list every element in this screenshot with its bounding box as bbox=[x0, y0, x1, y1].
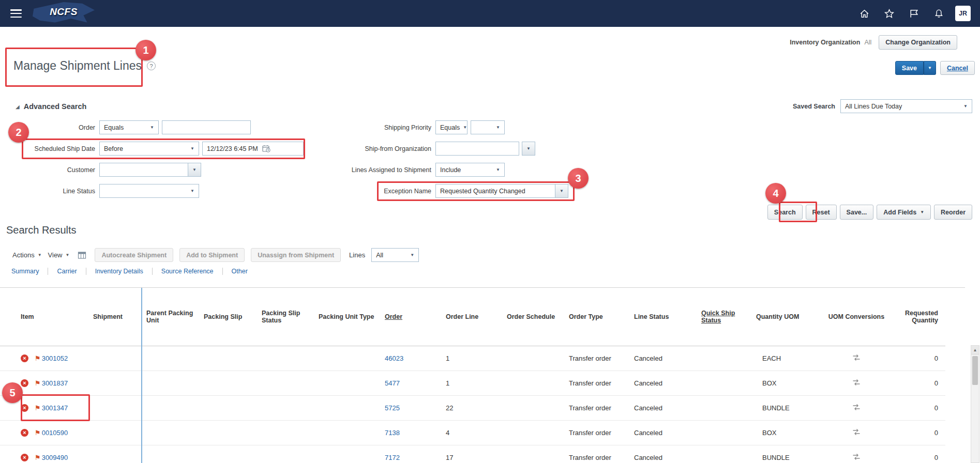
column-header-order-type[interactable]: Order Type bbox=[565, 288, 630, 346]
menu-icon[interactable] bbox=[10, 9, 22, 18]
cell-shipment bbox=[89, 421, 142, 445]
remove-line-icon[interactable]: × bbox=[21, 454, 28, 461]
flag-banner-icon[interactable] bbox=[906, 5, 922, 22]
uom-conversions-icon[interactable] bbox=[852, 354, 861, 361]
customer-dropdown-button[interactable]: ▼ bbox=[188, 163, 201, 177]
favorites-star-icon[interactable] bbox=[881, 5, 897, 22]
column-header-uom-conversions[interactable]: UOM Conversions bbox=[823, 288, 889, 346]
scrollbar-up-arrow[interactable]: ▲ bbox=[971, 346, 979, 354]
order-link[interactable]: 5725 bbox=[385, 404, 400, 412]
cell-packing-unit-type bbox=[314, 346, 381, 371]
uom-conversions-icon[interactable] bbox=[852, 379, 861, 386]
saved-search-select[interactable]: All Lines Due Today ▼ bbox=[840, 99, 972, 113]
ncfs-logo[interactable]: NCFS bbox=[32, 1, 95, 26]
order-input[interactable] bbox=[162, 120, 251, 134]
column-header-line-status[interactable]: Line Status bbox=[630, 288, 697, 346]
remove-line-icon[interactable]: × bbox=[21, 354, 28, 362]
home-icon[interactable] bbox=[856, 5, 872, 22]
order-link[interactable]: 7172 bbox=[385, 454, 400, 461]
change-organization-button[interactable]: Change Organization bbox=[879, 35, 957, 50]
column-header-quick-ship-status[interactable]: Quick Ship Status bbox=[697, 288, 752, 346]
exception-name-input[interactable]: Requested Quantity Changed bbox=[435, 184, 555, 198]
saved-search-label: Saved Search bbox=[793, 103, 835, 110]
shipping-priority-value-select[interactable]: ▼ bbox=[471, 120, 505, 134]
detach-table-icon[interactable] bbox=[78, 251, 86, 259]
lines-assigned-to-shipment-select[interactable]: Include ▼ bbox=[435, 163, 505, 177]
uom-conversions-icon[interactable] bbox=[852, 428, 861, 436]
save-button[interactable]: Save bbox=[895, 61, 924, 75]
remove-line-icon[interactable]: × bbox=[21, 429, 28, 437]
cell-line-status: Canceled bbox=[630, 396, 697, 421]
notifications-bell-icon[interactable] bbox=[930, 5, 947, 22]
uom-conversions-icon[interactable] bbox=[852, 453, 861, 460]
column-header-packing-unit-type[interactable]: Packing Unit Type bbox=[314, 288, 381, 346]
column-header-order-schedule[interactable]: Order Schedule bbox=[503, 288, 565, 346]
item-link[interactable]: 3001837 bbox=[42, 379, 68, 387]
unassign-from-shipment-button[interactable]: Unassign from Shipment bbox=[251, 248, 341, 262]
item-link[interactable]: 3001347 bbox=[42, 404, 68, 412]
order-operator-select[interactable]: Equals ▼ bbox=[99, 120, 159, 134]
customer-input[interactable] bbox=[99, 163, 188, 177]
lines-select[interactable]: All ▼ bbox=[371, 248, 419, 262]
item-link[interactable]: 3001052 bbox=[42, 354, 68, 362]
cell-quantity-uom: BOX bbox=[752, 421, 823, 445]
reorder-button[interactable]: Reorder bbox=[934, 205, 972, 220]
order-link[interactable]: 5477 bbox=[385, 379, 400, 387]
results-toolbar: Actions ▼ View ▼ Autocreate Shipment Add… bbox=[12, 248, 419, 262]
tab-source-reference[interactable]: Source Reference bbox=[153, 268, 222, 275]
ship-from-organization-dropdown-button[interactable]: ▼ bbox=[522, 142, 535, 156]
column-header-order-line[interactable]: Order Line bbox=[442, 288, 503, 346]
ship-from-organization-label: Ship-from Organization bbox=[290, 142, 431, 152]
column-header-order[interactable]: Order bbox=[381, 288, 442, 346]
line-status-select[interactable]: ▼ bbox=[99, 184, 199, 198]
column-header-shipment[interactable]: Shipment bbox=[89, 288, 142, 346]
tab-summary[interactable]: Summary bbox=[11, 268, 48, 275]
column-header-packing-slip[interactable]: Packing Slip bbox=[200, 288, 258, 346]
scheduled-ship-date-operator-select[interactable]: Before ▼ bbox=[99, 142, 199, 156]
user-avatar[interactable]: JR bbox=[955, 6, 971, 21]
exception-name-dropdown-button[interactable]: ▼ bbox=[555, 184, 568, 198]
order-link[interactable]: 46023 bbox=[385, 354, 403, 362]
save-search-button[interactable]: Save... bbox=[840, 205, 874, 220]
scrollbar-thumb[interactable] bbox=[972, 356, 978, 385]
tab-other[interactable]: Other bbox=[223, 268, 257, 275]
uom-conversions-icon[interactable] bbox=[852, 404, 861, 411]
scheduled-ship-date-input[interactable]: 12/12/23 6:45 PM bbox=[202, 142, 304, 156]
cell-requested-quantity: 0 bbox=[889, 346, 945, 371]
reset-button[interactable]: Reset bbox=[806, 205, 837, 220]
ship-from-organization-input[interactable] bbox=[435, 142, 519, 156]
add-to-shipment-button[interactable]: Add to Shipment bbox=[179, 248, 245, 262]
advanced-search-header[interactable]: ◢ Advanced Search bbox=[16, 102, 86, 111]
column-header-quantity-uom[interactable]: Quantity UOM bbox=[752, 288, 823, 346]
vertical-scrollbar[interactable]: ▲ bbox=[971, 345, 979, 463]
results-tabs: Summary Carrier Inventory Details Source… bbox=[11, 268, 257, 275]
save-dropdown-caret[interactable]: ▼ bbox=[924, 61, 936, 75]
item-link[interactable]: 3009490 bbox=[42, 454, 68, 461]
help-icon[interactable]: ? bbox=[147, 61, 156, 70]
chevron-down-icon: ▼ bbox=[963, 104, 968, 109]
calendar-icon[interactable] bbox=[262, 145, 270, 152]
cell-shipment bbox=[89, 371, 142, 396]
cell-order-schedule bbox=[503, 346, 565, 371]
column-header-packing-slip-status[interactable]: Packing Slip Status bbox=[258, 288, 314, 346]
view-menu[interactable]: View ▼ bbox=[48, 251, 70, 259]
remove-line-icon[interactable]: × bbox=[21, 379, 28, 387]
add-fields-button[interactable]: Add Fields ▼ bbox=[877, 205, 931, 220]
search-button[interactable]: Search bbox=[767, 205, 803, 220]
column-header-requested-quantity[interactable]: Requested Quantity bbox=[889, 288, 945, 346]
cancel-button[interactable]: Cancel bbox=[940, 61, 975, 75]
shipping-priority-operator-select[interactable]: Equals ▼ bbox=[435, 120, 468, 134]
tab-carrier[interactable]: Carrier bbox=[48, 268, 85, 275]
column-header-parent-packing-unit[interactable]: Parent Packing Unit bbox=[142, 288, 200, 346]
order-link[interactable]: 7138 bbox=[385, 429, 400, 437]
item-link[interactable]: 0010590 bbox=[42, 429, 68, 437]
column-header-item[interactable]: Item bbox=[0, 288, 89, 346]
autocreate-shipment-button[interactable]: Autocreate Shipment bbox=[95, 248, 173, 262]
field-line-status: Line Status ▼ bbox=[2, 184, 199, 198]
flag-icon: ⚑ bbox=[35, 404, 41, 412]
actions-menu[interactable]: Actions ▼ bbox=[12, 251, 42, 259]
tab-inventory-details[interactable]: Inventory Details bbox=[86, 268, 152, 275]
remove-line-icon[interactable]: × bbox=[21, 404, 28, 412]
table-row: ×⚑3001052460231Transfer orderCanceledEAC… bbox=[0, 346, 945, 371]
cell-parent-packing-unit bbox=[142, 346, 200, 371]
